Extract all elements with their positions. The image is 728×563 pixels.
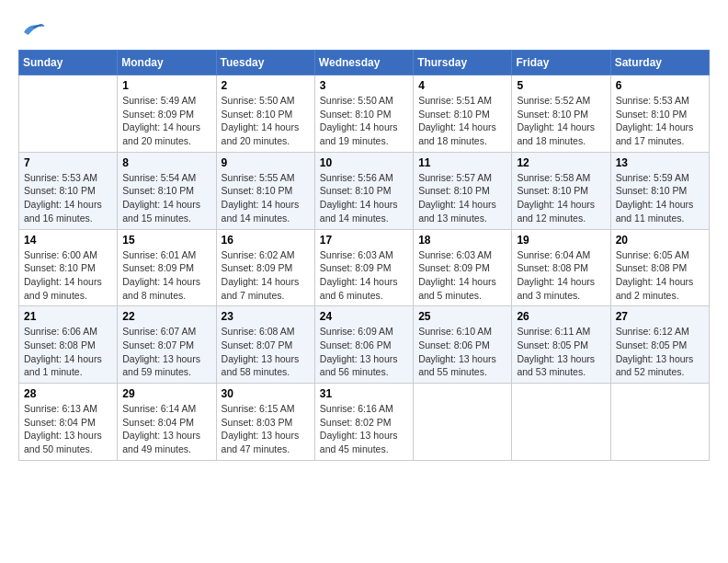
calendar-cell: 20Sunrise: 6:05 AM Sunset: 8:08 PM Dayli… <box>610 229 709 306</box>
day-number: 9 <box>222 156 310 169</box>
day-header-wednesday: Wednesday <box>314 51 413 75</box>
calendar-week-row: 21Sunrise: 6:06 AM Sunset: 8:08 PM Dayli… <box>19 306 710 384</box>
day-number: 16 <box>222 234 310 247</box>
day-info: Sunrise: 6:08 AM Sunset: 8:07 PM Dayligh… <box>222 325 310 379</box>
calendar-cell: 3Sunrise: 5:50 AM Sunset: 8:10 PM Daylig… <box>314 75 413 153</box>
day-info: Sunrise: 6:10 AM Sunset: 8:06 PM Dayligh… <box>418 325 506 379</box>
day-info: Sunrise: 6:11 AM Sunset: 8:05 PM Dayligh… <box>517 325 605 379</box>
day-header-thursday: Thursday <box>414 51 512 75</box>
day-number: 12 <box>517 156 605 169</box>
day-info: Sunrise: 6:07 AM Sunset: 8:07 PM Dayligh… <box>122 325 210 379</box>
day-number: 22 <box>122 310 210 323</box>
calendar-cell <box>414 384 512 461</box>
day-info: Sunrise: 5:58 AM Sunset: 8:10 PM Dayligh… <box>517 171 605 225</box>
day-number: 21 <box>24 310 112 323</box>
day-info: Sunrise: 5:51 AM Sunset: 8:10 PM Dayligh… <box>418 94 506 148</box>
calendar-cell: 30Sunrise: 6:15 AM Sunset: 8:03 PM Dayli… <box>216 384 314 461</box>
calendar-cell <box>19 75 118 153</box>
day-number: 29 <box>122 387 210 400</box>
calendar-cell: 27Sunrise: 6:12 AM Sunset: 8:05 PM Dayli… <box>610 306 709 384</box>
calendar-cell: 18Sunrise: 6:03 AM Sunset: 8:09 PM Dayli… <box>414 229 512 306</box>
day-number: 3 <box>320 79 408 92</box>
calendar-cell: 19Sunrise: 6:04 AM Sunset: 8:08 PM Dayli… <box>512 229 610 306</box>
logo <box>18 18 50 40</box>
day-number: 2 <box>222 79 310 92</box>
day-info: Sunrise: 6:01 AM Sunset: 8:09 PM Dayligh… <box>122 248 210 303</box>
day-info: Sunrise: 5:59 AM Sunset: 8:10 PM Dayligh… <box>616 171 704 225</box>
day-number: 7 <box>24 156 112 169</box>
calendar-cell: 4Sunrise: 5:51 AM Sunset: 8:10 PM Daylig… <box>414 75 512 153</box>
day-number: 23 <box>222 310 310 323</box>
day-info: Sunrise: 5:54 AM Sunset: 8:10 PM Dayligh… <box>122 171 210 225</box>
day-header-saturday: Saturday <box>610 51 709 75</box>
calendar-header-row: SundayMondayTuesdayWednesdayThursdayFrid… <box>19 51 710 75</box>
calendar-cell: 28Sunrise: 6:13 AM Sunset: 8:04 PM Dayli… <box>19 384 118 461</box>
day-number: 8 <box>122 156 210 169</box>
day-info: Sunrise: 5:57 AM Sunset: 8:10 PM Dayligh… <box>418 171 506 225</box>
day-number: 13 <box>616 156 704 169</box>
calendar-cell: 5Sunrise: 5:52 AM Sunset: 8:10 PM Daylig… <box>512 75 610 153</box>
calendar-cell: 29Sunrise: 6:14 AM Sunset: 8:04 PM Dayli… <box>118 384 216 461</box>
calendar-cell: 31Sunrise: 6:16 AM Sunset: 8:02 PM Dayli… <box>314 384 413 461</box>
day-info: Sunrise: 6:13 AM Sunset: 8:04 PM Dayligh… <box>24 402 112 456</box>
calendar-cell: 23Sunrise: 6:08 AM Sunset: 8:07 PM Dayli… <box>216 306 314 384</box>
calendar-cell: 25Sunrise: 6:10 AM Sunset: 8:06 PM Dayli… <box>414 306 512 384</box>
day-info: Sunrise: 6:03 AM Sunset: 8:09 PM Dayligh… <box>320 248 408 303</box>
day-number: 5 <box>517 79 605 92</box>
day-info: Sunrise: 6:14 AM Sunset: 8:04 PM Dayligh… <box>122 402 210 456</box>
day-header-monday: Monday <box>118 51 216 75</box>
calendar-cell: 8Sunrise: 5:54 AM Sunset: 8:10 PM Daylig… <box>118 152 216 229</box>
day-header-sunday: Sunday <box>19 51 118 75</box>
day-info: Sunrise: 6:04 AM Sunset: 8:08 PM Dayligh… <box>517 248 605 303</box>
day-number: 10 <box>320 156 408 169</box>
calendar-table: SundayMondayTuesdayWednesdayThursdayFrid… <box>18 50 710 461</box>
calendar-cell: 12Sunrise: 5:58 AM Sunset: 8:10 PM Dayli… <box>512 152 610 229</box>
day-info: Sunrise: 5:56 AM Sunset: 8:10 PM Dayligh… <box>320 171 408 225</box>
day-number: 11 <box>418 156 506 169</box>
calendar-cell: 15Sunrise: 6:01 AM Sunset: 8:09 PM Dayli… <box>118 229 216 306</box>
calendar-week-row: 1Sunrise: 5:49 AM Sunset: 8:09 PM Daylig… <box>19 75 710 153</box>
day-number: 20 <box>616 234 704 247</box>
day-number: 1 <box>122 79 210 92</box>
day-number: 25 <box>418 310 506 323</box>
calendar-cell: 10Sunrise: 5:56 AM Sunset: 8:10 PM Dayli… <box>314 152 413 229</box>
day-number: 17 <box>320 234 408 247</box>
calendar-cell: 24Sunrise: 6:09 AM Sunset: 8:06 PM Dayli… <box>314 306 413 384</box>
day-info: Sunrise: 6:12 AM Sunset: 8:05 PM Dayligh… <box>616 325 704 379</box>
day-info: Sunrise: 6:06 AM Sunset: 8:08 PM Dayligh… <box>24 325 112 379</box>
day-info: Sunrise: 6:00 AM Sunset: 8:10 PM Dayligh… <box>24 248 112 303</box>
day-info: Sunrise: 5:49 AM Sunset: 8:09 PM Dayligh… <box>122 94 210 148</box>
day-info: Sunrise: 6:16 AM Sunset: 8:02 PM Dayligh… <box>320 402 408 456</box>
day-number: 15 <box>122 234 210 247</box>
day-info: Sunrise: 6:05 AM Sunset: 8:08 PM Dayligh… <box>616 248 704 303</box>
calendar-cell: 22Sunrise: 6:07 AM Sunset: 8:07 PM Dayli… <box>118 306 216 384</box>
day-number: 19 <box>517 234 605 247</box>
calendar-cell <box>610 384 709 461</box>
calendar-cell: 26Sunrise: 6:11 AM Sunset: 8:05 PM Dayli… <box>512 306 610 384</box>
calendar-cell: 16Sunrise: 6:02 AM Sunset: 8:09 PM Dayli… <box>216 229 314 306</box>
day-number: 6 <box>616 79 704 92</box>
calendar-week-row: 14Sunrise: 6:00 AM Sunset: 8:10 PM Dayli… <box>19 229 710 306</box>
day-number: 18 <box>418 234 506 247</box>
day-info: Sunrise: 5:53 AM Sunset: 8:10 PM Dayligh… <box>616 94 704 148</box>
day-info: Sunrise: 6:09 AM Sunset: 8:06 PM Dayligh… <box>320 325 408 379</box>
calendar-cell: 13Sunrise: 5:59 AM Sunset: 8:10 PM Dayli… <box>610 152 709 229</box>
day-header-friday: Friday <box>512 51 610 75</box>
day-info: Sunrise: 5:53 AM Sunset: 8:10 PM Dayligh… <box>24 171 112 225</box>
calendar-cell: 7Sunrise: 5:53 AM Sunset: 8:10 PM Daylig… <box>19 152 118 229</box>
day-info: Sunrise: 5:55 AM Sunset: 8:10 PM Dayligh… <box>222 171 310 225</box>
day-info: Sunrise: 6:15 AM Sunset: 8:03 PM Dayligh… <box>222 402 310 456</box>
calendar-cell: 14Sunrise: 6:00 AM Sunset: 8:10 PM Dayli… <box>19 229 118 306</box>
calendar-cell: 11Sunrise: 5:57 AM Sunset: 8:10 PM Dayli… <box>414 152 512 229</box>
calendar-cell: 9Sunrise: 5:55 AM Sunset: 8:10 PM Daylig… <box>216 152 314 229</box>
day-number: 24 <box>320 310 408 323</box>
calendar-cell: 2Sunrise: 5:50 AM Sunset: 8:10 PM Daylig… <box>216 75 314 153</box>
logo-bird-icon <box>18 18 46 40</box>
day-number: 27 <box>616 310 704 323</box>
day-info: Sunrise: 5:50 AM Sunset: 8:10 PM Dayligh… <box>222 94 310 148</box>
day-number: 30 <box>222 387 310 400</box>
page-header <box>18 18 710 40</box>
calendar-week-row: 7Sunrise: 5:53 AM Sunset: 8:10 PM Daylig… <box>19 152 710 229</box>
day-number: 26 <box>517 310 605 323</box>
day-number: 4 <box>418 79 506 92</box>
